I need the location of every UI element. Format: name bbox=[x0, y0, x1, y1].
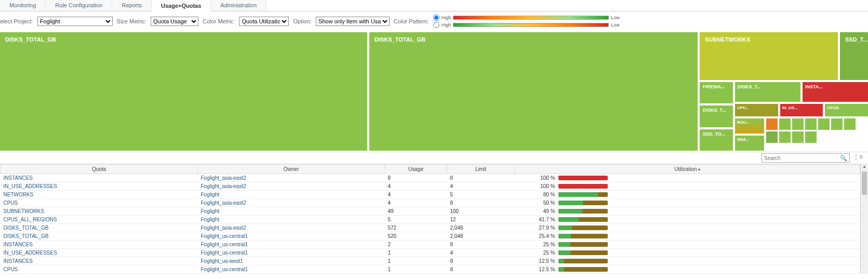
search-input[interactable] bbox=[764, 155, 840, 161]
pattern-radio-1[interactable] bbox=[433, 15, 439, 21]
table-row[interactable]: CPUS_ALL_REGIONSFoglight51241.7 % bbox=[1, 216, 860, 224]
util-percent: 80 % bbox=[533, 192, 555, 197]
treemap-tiny-tile[interactable] bbox=[818, 118, 830, 130]
table-row[interactable]: DISKS_TOTAL_GBFoglight_us-central15202,0… bbox=[1, 232, 860, 241]
col-utilization[interactable]: Utilization bbox=[515, 165, 860, 174]
cell-utilization: 25 % bbox=[515, 249, 860, 257]
cell-usage: 2 bbox=[385, 241, 447, 249]
treemap-tile-sna[interactable]: SNA... bbox=[735, 136, 764, 151]
table-row[interactable]: DISKS_TOTAL_GBFoglight_asia-east25722,04… bbox=[1, 224, 860, 232]
table-row[interactable]: IN_USE_ADDRESSESFoglight_asia-east244100… bbox=[1, 182, 860, 191]
cell-limit: 2,048 bbox=[447, 224, 515, 232]
cell-quota: IN_USE_ADDRESSES bbox=[1, 249, 198, 257]
treemap-tiny-tile[interactable] bbox=[779, 131, 791, 143]
treemap-tiny-tile[interactable] bbox=[766, 131, 778, 143]
cell-limit: 5 bbox=[447, 191, 515, 199]
cell-usage: 520 bbox=[385, 232, 447, 241]
treemap-tile-subnetworks[interactable]: SUBNETWORKS bbox=[700, 32, 838, 80]
tab-usage-quotas[interactable]: Usage+Quotas bbox=[152, 1, 211, 11]
pattern-high-label-2: High bbox=[442, 22, 451, 28]
table-row[interactable]: INSTANCESFoglight_us-central12825 % bbox=[1, 241, 860, 249]
treemap-tiny-tile[interactable] bbox=[792, 118, 804, 130]
cell-owner: Foglight_asia-east2 bbox=[198, 199, 385, 207]
cell-utilization: 49 % bbox=[515, 207, 860, 216]
cell-quota: INSTANCES bbox=[1, 241, 198, 249]
treemap-tiny-tile[interactable] bbox=[792, 131, 804, 143]
treemap-tile-disks-total-gb-1[interactable]: DISKS_TOTAL_GB bbox=[0, 32, 367, 151]
cell-limit: 8 bbox=[447, 174, 515, 182]
util-percent: 49 % bbox=[533, 208, 555, 214]
table-row[interactable]: INSTANCESFoglight_asia-east288100 % bbox=[1, 174, 860, 182]
table-scrollbar[interactable]: ▲ bbox=[860, 164, 868, 274]
treemap-tiny-tile[interactable] bbox=[831, 118, 843, 130]
tab-monitoring[interactable]: Monitoring bbox=[0, 0, 46, 11]
option-select[interactable]: Show only Item with Usage bbox=[316, 17, 390, 26]
table-row[interactable]: NETWORKSFoglight4580 % bbox=[1, 191, 860, 199]
util-bar bbox=[558, 176, 608, 180]
scroll-up-icon[interactable]: ▲ bbox=[861, 164, 868, 169]
cell-utilization: 80 % bbox=[515, 191, 860, 199]
treemap-tile-disks-t-1[interactable]: DISKS_T... bbox=[735, 82, 800, 102]
tab-rule-configuration[interactable]: Rule Configuration bbox=[46, 0, 112, 11]
treemap-tile-firewa[interactable]: FIREWA... bbox=[700, 82, 733, 103]
size-metric-label: Size Metric: bbox=[117, 18, 146, 24]
table-row[interactable]: IN_USE_ADDRESSESFoglight_us-central11425… bbox=[1, 249, 860, 257]
treemap-tiny-tile[interactable] bbox=[779, 118, 791, 130]
cell-utilization: 27.9 % bbox=[515, 224, 860, 232]
util-percent: 12.5 % bbox=[533, 267, 555, 272]
search-icon[interactable]: 🔍 bbox=[840, 155, 847, 162]
table-row[interactable]: INSTANCESFoglight_us-west11812.5 % bbox=[1, 257, 860, 265]
cell-usage: 8 bbox=[385, 174, 447, 182]
treemap-tile-insta[interactable]: INSTA... bbox=[803, 82, 868, 102]
util-bar bbox=[558, 209, 608, 214]
filter-bar: elect Project: Foglight Size Metric: Quo… bbox=[0, 11, 868, 31]
col-usage[interactable]: Usage bbox=[385, 165, 447, 174]
cell-owner: Foglight bbox=[198, 207, 385, 216]
cell-owner: Foglight bbox=[198, 216, 385, 224]
util-bar bbox=[558, 250, 608, 255]
cell-utilization: 100 % bbox=[515, 174, 860, 182]
size-metric-select[interactable]: Quota Usage bbox=[151, 17, 198, 26]
project-label: elect Project: bbox=[0, 18, 33, 24]
treemap-tile-ssd-t[interactable]: SSD_T... bbox=[840, 32, 868, 80]
util-bar bbox=[558, 242, 608, 247]
tab-administration[interactable]: Administration bbox=[211, 0, 266, 11]
search-row: 🔍 ⋮≡ bbox=[0, 152, 868, 164]
treemap-tile-disks-total-gb-2[interactable]: DISKS_TOTAL_GB bbox=[369, 32, 698, 151]
color-metric-select[interactable]: Quota Utilization bbox=[239, 17, 289, 26]
treemap-tile-rou[interactable]: ROU... bbox=[735, 118, 764, 134]
util-bar bbox=[558, 225, 608, 230]
pattern-radio-2[interactable] bbox=[433, 22, 439, 28]
color-metric-label: Color Metric: bbox=[203, 18, 235, 24]
col-quota[interactable]: Quota bbox=[1, 165, 198, 174]
treemap-tile-in-us[interactable]: IN_US... bbox=[780, 104, 823, 116]
col-owner[interactable]: Owner bbox=[198, 165, 385, 174]
cell-usage: 5 bbox=[385, 216, 447, 224]
util-percent: 12.5 % bbox=[533, 258, 555, 264]
table-row[interactable]: CPUSFoglight_asia-east24850 % bbox=[1, 199, 860, 207]
treemap-tile-cpus[interactable]: CPUS bbox=[825, 104, 868, 116]
treemap-tile-ssd-to[interactable]: SSD_TO... bbox=[700, 129, 733, 151]
table-options-icon[interactable]: ⋮≡ bbox=[853, 153, 863, 163]
treemap-tiny-tile[interactable] bbox=[805, 118, 817, 130]
scroll-thumb[interactable] bbox=[862, 171, 867, 195]
treemap-tile-cpu[interactable]: CPU... bbox=[735, 104, 778, 116]
cell-quota: INSTANCES bbox=[1, 174, 198, 182]
search-box[interactable]: 🔍 bbox=[762, 153, 850, 163]
project-select[interactable]: Foglight bbox=[37, 17, 113, 26]
cell-limit: 12 bbox=[447, 216, 515, 224]
util-bar bbox=[558, 201, 608, 205]
color-pattern-group: High Low High Low bbox=[433, 15, 620, 28]
cell-usage: 4 bbox=[385, 191, 447, 199]
cell-quota: SUBNETWORKS bbox=[1, 207, 198, 216]
cell-utilization: 100 % bbox=[515, 182, 860, 191]
treemap-tiny-tile[interactable] bbox=[844, 118, 856, 130]
treemap-tiny-tile[interactable] bbox=[805, 131, 817, 143]
table-row[interactable]: SUBNETWORKSFoglight4910049 % bbox=[1, 207, 860, 216]
col-limit[interactable]: Limit bbox=[447, 165, 515, 174]
table-row[interactable]: CPUSFoglight_us-central11812.5 % bbox=[1, 265, 860, 274]
tab-reports[interactable]: Reports bbox=[112, 0, 152, 11]
util-bar bbox=[558, 259, 608, 263]
treemap-tiny-tile[interactable] bbox=[766, 118, 778, 130]
treemap-tile-disks-t-2[interactable]: DISKS_T... bbox=[700, 105, 733, 127]
